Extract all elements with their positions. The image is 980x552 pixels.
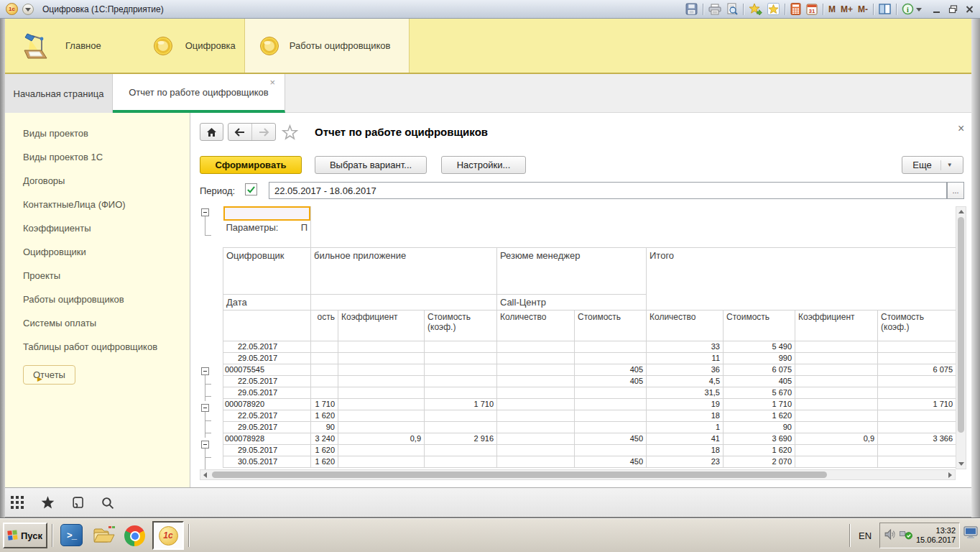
table-cell[interactable]: 18 [647,444,724,456]
sidebar-item[interactable]: Таблицы работ оцифровщиков [5,335,190,359]
date-row-label[interactable]: 29.05.2017 [223,421,311,433]
table-cell[interactable]: 1 710 [311,398,338,410]
table-cell[interactable]: 3 690 [724,433,795,444]
print-icon[interactable] [708,2,721,17]
taskbar-app-explorer-icon[interactable] [92,525,118,549]
table-cell[interactable] [575,421,647,433]
table-cell[interactable]: 405 [575,375,647,387]
table-cell[interactable] [575,341,647,352]
table-cell[interactable] [795,410,878,421]
history-icon[interactable] [71,496,85,510]
reports-button[interactable]: Отчеты ▶ [23,365,75,385]
table-cell[interactable]: 450 [575,456,647,467]
table-cell[interactable] [425,341,497,352]
info-icon[interactable]: i [902,2,922,17]
table-cell[interactable] [795,421,878,433]
memory-m--button[interactable]: M- [858,2,868,17]
column-group-header[interactable]: Итого [647,247,956,310]
table-cell[interactable]: 450 [575,433,647,444]
date-row-label[interactable]: 29.05.2017 [223,444,311,456]
period-picker-button[interactable]: ... [947,182,964,199]
column-group-header[interactable]: Резюме менеджер [497,247,647,294]
column-header[interactable]: Коэффициент [338,310,425,341]
table-cell[interactable]: 5 670 [724,387,795,398]
table-cell[interactable] [425,456,497,467]
table-cell[interactable] [795,341,878,352]
table-cell[interactable] [878,352,956,364]
table-cell[interactable]: 1 620 [724,444,795,456]
table-cell[interactable] [338,364,425,375]
table-cell[interactable] [311,375,338,387]
table-cell[interactable]: 2 916 [425,433,497,444]
sidebar-item[interactable]: Виды проектов 1С [5,145,190,169]
column-header[interactable]: Стоимость [724,310,795,341]
more-button[interactable]: Еще ▼ [902,156,963,174]
table-cell[interactable] [311,206,956,221]
table-cell[interactable]: 1 620 [311,456,338,467]
table-cell[interactable] [425,410,497,421]
table-cell[interactable] [878,421,956,433]
group-row-label[interactable]: 000075545 [223,364,311,375]
close-button[interactable] [965,2,974,17]
sidebar-item[interactable]: Работы оцифровщиков [5,288,190,311]
date-row-label[interactable]: 29.05.2017 [223,387,311,398]
sidebar-item[interactable]: Виды проектов [5,121,190,145]
table-cell[interactable]: 1 620 [311,410,338,421]
table-cell[interactable]: 11 [647,352,724,364]
taskbar-app-1c-button[interactable]: 1с [152,521,184,550]
table-cell[interactable] [878,444,956,456]
memory-m+-button[interactable]: M+ [841,2,853,17]
table-cell[interactable] [795,444,878,456]
sidebar-item[interactable]: Коэффициенты [5,216,190,240]
date-row-label[interactable]: 22.05.2017 [223,410,311,421]
collapse-expander-icon[interactable] [201,367,209,375]
sidebar-item[interactable]: КонтактныеЛица (ФИО) [5,193,190,216]
params-cell[interactable]: Параметры:П [223,221,311,247]
column-header[interactable]: ость [311,310,338,341]
table-cell[interactable]: 6 075 [724,364,795,375]
date-row-label[interactable]: 22.05.2017 [223,341,311,352]
table-cell[interactable] [497,456,575,467]
titlebar-dropdown-icon[interactable] [22,4,34,15]
table-cell[interactable]: 2 070 [724,456,795,467]
table-cell[interactable] [497,421,575,433]
row-dimension-header[interactable]: Дата [223,294,311,310]
taskbar-app-chrome-icon[interactable] [124,525,145,546]
column-subgroup-header[interactable]: Call-Центр [497,294,647,310]
table-cell[interactable] [795,398,878,410]
table-cell[interactable]: 1 620 [724,410,795,421]
calendar-icon[interactable]: 31 [806,2,818,17]
table-cell[interactable] [425,364,497,375]
table-cell[interactable]: 36 [647,364,724,375]
table-cell[interactable] [311,221,956,247]
ribbon-section-2[interactable]: Оцифровка [153,19,236,73]
menu-grid-icon[interactable] [10,495,24,510]
sidebar-item[interactable]: Системы оплаты [5,311,190,335]
settings-button[interactable]: Настройки... [441,156,526,174]
date-row-label[interactable]: 22.05.2017 [223,375,311,387]
tab-2[interactable]: Отчет по работе оцифровщиков× [113,74,285,113]
table-cell[interactable] [878,410,956,421]
scroll-left-icon[interactable] [203,472,207,478]
generate-button[interactable]: Сформировать [200,156,302,174]
table-cell[interactable] [425,421,497,433]
scroll-down-icon[interactable] [958,462,964,466]
choose-variant-button[interactable]: Выбрать вариант... [315,156,427,174]
table-cell[interactable]: 0,9 [338,433,425,444]
tab-close-icon[interactable]: × [269,78,275,87]
period-input[interactable]: 22.05.2017 - 18.06.2017 [269,182,947,199]
table-cell[interactable] [575,352,647,364]
home-button[interactable] [200,123,223,141]
sidebar-item[interactable]: Оцифровщики [5,240,190,264]
table-cell[interactable] [795,352,878,364]
table-cell[interactable] [311,364,338,375]
table-cell[interactable] [497,341,575,352]
favorites-star-icon[interactable] [40,495,55,510]
table-cell[interactable] [497,364,575,375]
memory-m-button[interactable]: M [828,2,836,17]
table-cell[interactable]: 18 [647,410,724,421]
table-cell[interactable] [497,375,575,387]
table-cell[interactable] [878,341,956,352]
column-header[interactable]: Стоимость (коэф.) [878,310,956,341]
tab-1[interactable]: Начальная страница [5,74,113,113]
